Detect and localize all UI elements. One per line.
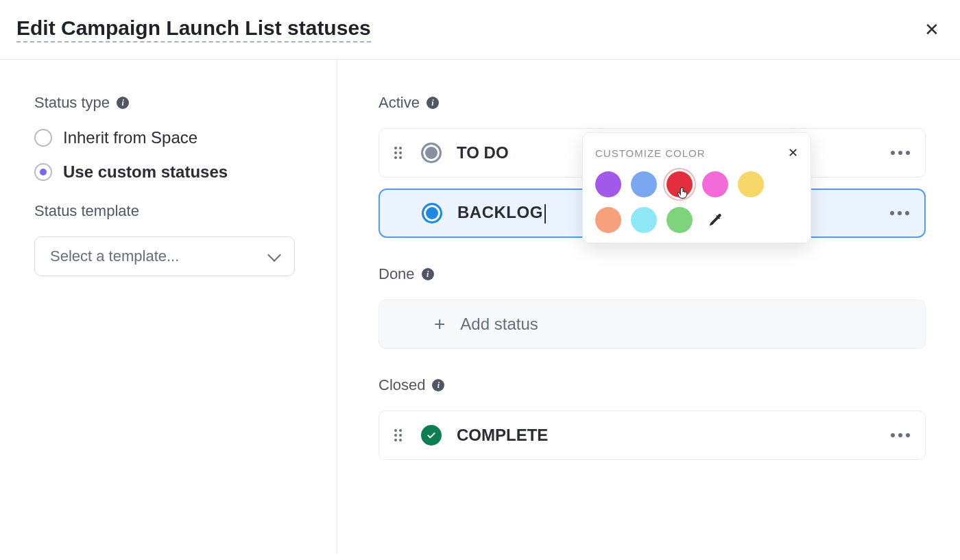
drag-handle-icon[interactable] (394, 429, 402, 441)
status-color-check-icon[interactable] (421, 425, 442, 446)
row-more-button[interactable] (891, 151, 910, 155)
modal-header: Edit Campaign Launch List statuses ✕ (0, 0, 960, 60)
popover-header: CUSTOMIZE COLOR ✕ (595, 145, 798, 160)
radio-use-custom-statuses[interactable]: Use custom statuses (34, 162, 309, 182)
color-swatch-blue[interactable] (631, 171, 657, 197)
color-swatch-pink[interactable] (702, 171, 728, 197)
modal-body: Status type i Inherit from Space Use cus… (0, 60, 960, 554)
active-label: Active (379, 94, 420, 112)
modal-title: Edit Campaign Launch List statuses (16, 16, 371, 42)
status-type-label-row: Status type i (34, 94, 309, 112)
status-name: TO DO (457, 143, 509, 162)
status-template-label: Status template (34, 202, 139, 220)
close-icon: ✕ (788, 146, 798, 160)
color-swatch-orange[interactable] (595, 207, 621, 233)
plus-icon: + (434, 313, 445, 335)
status-color-indicator[interactable] (421, 143, 442, 163)
popover-close-button[interactable]: ✕ (788, 145, 798, 160)
text-caret (544, 204, 546, 223)
closed-group: Closed i COMPLETE (379, 376, 926, 460)
add-status-label: Add status (460, 315, 538, 334)
status-template-label-row: Status template (34, 202, 309, 220)
eyedropper-icon (708, 212, 723, 228)
info-icon[interactable]: i (427, 97, 439, 109)
left-panel: Status type i Inherit from Space Use cus… (0, 60, 337, 554)
right-panel: Active i TO DO (337, 60, 960, 554)
color-swatch-green[interactable] (667, 207, 693, 233)
chevron-down-icon (267, 248, 281, 262)
radio-label-custom: Use custom statuses (63, 162, 228, 182)
color-picker-popover: CUSTOMIZE COLOR ✕ (582, 132, 811, 243)
drag-handle-icon[interactable] (394, 147, 402, 159)
closed-label-row: Closed i (379, 376, 926, 394)
radio-inherit-from-space[interactable]: Inherit from Space (34, 128, 309, 147)
status-row-complete[interactable]: COMPLETE (379, 411, 926, 460)
radio-icon-selected (34, 163, 52, 181)
done-group: Done i + Add status (379, 265, 926, 349)
row-more-button[interactable] (891, 433, 910, 437)
status-name-input[interactable]: BACKLOG (457, 203, 546, 223)
eyedropper-button[interactable] (702, 207, 728, 233)
template-select-placeholder: Select a template... (50, 247, 179, 265)
add-status-button[interactable]: + Add status (379, 300, 926, 349)
info-icon[interactable]: i (432, 379, 444, 391)
info-icon[interactable]: i (422, 268, 434, 280)
info-icon[interactable]: i (117, 97, 129, 109)
closed-label: Closed (379, 376, 425, 394)
done-label: Done (379, 265, 415, 283)
template-select[interactable]: Select a template... (34, 236, 295, 276)
done-label-row: Done i (379, 265, 926, 283)
close-icon: ✕ (924, 19, 939, 40)
status-name: COMPLETE (457, 426, 548, 445)
radio-label-inherit: Inherit from Space (63, 128, 197, 147)
color-swatch-purple[interactable] (595, 171, 621, 197)
status-type-label: Status type (34, 94, 110, 112)
color-swatch-yellow[interactable] (738, 171, 764, 197)
popover-title: CUSTOMIZE COLOR (595, 147, 706, 159)
close-button[interactable]: ✕ (924, 21, 939, 38)
swatch-grid (595, 171, 798, 233)
color-swatch-red[interactable] (667, 171, 693, 197)
row-more-button[interactable] (890, 211, 909, 215)
active-label-row: Active i (379, 94, 926, 112)
radio-icon (34, 129, 52, 147)
color-swatch-cyan[interactable] (631, 207, 657, 233)
status-color-indicator[interactable] (422, 203, 442, 223)
